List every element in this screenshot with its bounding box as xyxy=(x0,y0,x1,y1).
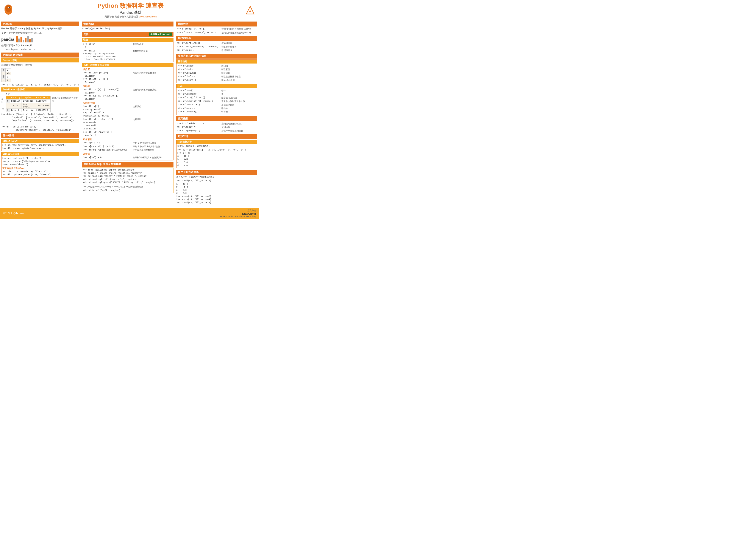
pandas-logo: pandas xyxy=(1,36,79,42)
excel-code4: >>> df = pd.read_excel(xlsx, 'Sheet1') xyxy=(2,173,78,177)
excel-code2: >>> pd.to_excel('dir/myDataFrame.xlsx', … xyxy=(2,160,78,166)
query-section-header: 查询序列与数据框的信息 xyxy=(176,54,257,59)
apply-section-header: 应用函数 xyxy=(176,116,257,121)
df-subsection: DataFrame - 数据框 xyxy=(1,88,79,91)
fill-code4: >>> s.mul(s3, fill_value=3) xyxy=(176,201,257,205)
ds-section-header: Pandas 数据结构 xyxy=(1,53,79,58)
sql-code5: >>> pd.read_sql_query("SELECT * FROM my_… xyxy=(83,181,173,184)
fill-result1: a 10.0 b -5.0 c 5.0 d 7.0 xyxy=(176,183,257,195)
header-title: Python 数据科学 速查表 Pandas 基础 天善智能 商业智能与大数据社… xyxy=(17,2,244,18)
series-subsection: Series - 序列 xyxy=(1,58,79,63)
get-header: 取值 xyxy=(82,38,173,42)
main-title: Python 数据科学 速查表 xyxy=(17,2,244,10)
import-code: >>> import pandas as pd xyxy=(6,48,79,51)
sort-section-header: 排序和排名 xyxy=(176,36,257,41)
series-desc: 存储任意类型数据的一维数组 xyxy=(1,63,79,67)
set-label: 设置值 xyxy=(83,153,173,156)
col-label: 列 xyxy=(8,92,10,95)
delete-section-header: 删除数据 xyxy=(176,21,257,26)
tagpos-label: 按标签/位置 xyxy=(83,102,173,105)
footer-bar: 知乎 知乎 @T-cookie 原文作者 DataCamp Learn Pyth… xyxy=(0,208,258,219)
basic-table: >>> df.shape (行,列) >>> df.index 获取索引 >>>… xyxy=(177,64,256,82)
fill-code2: >>> s.sub(s3, fill_value=2) xyxy=(176,195,257,198)
df-desc: 存储不同类型数据的二维数组 xyxy=(52,97,79,103)
svg-marker-10 xyxy=(6,93,8,94)
csv-header: 读取/写入CSV xyxy=(2,139,79,143)
svg-point-2 xyxy=(5,5,12,12)
summary-table: >>> df.sum() 合计 >>> df.cumsum() 累计 >>> d… xyxy=(177,89,256,114)
series-code: >>> s = pd.Series([3, -5, 7, 4], index=[… xyxy=(1,84,79,87)
fill-code3: >>> s.div(s3, fill_value=4) xyxy=(176,198,257,201)
website-link[interactable]: www.hellobi.com xyxy=(139,15,157,18)
right-logo xyxy=(244,4,256,16)
fill-code1: >>> s.add(s3, fill_value=0) xyxy=(176,179,257,183)
import-label: 使用以下语句导入 Pandas 库： xyxy=(1,44,79,47)
basic-info-header: 基本信息 xyxy=(176,60,257,64)
csv-code2: >>> df.to_csv('myDataFrame.csv') xyxy=(2,147,78,150)
select-section-header: 选择 参阅 NumPy Arrays xyxy=(82,32,174,37)
csv-code1: >>> pd.read_csv('file.csv', header=None,… xyxy=(2,144,78,147)
zhihu-watermark: 知乎 知乎 @T-cookie xyxy=(3,212,25,215)
help-section-header: 调用帮助 xyxy=(82,21,174,26)
sql-code3: >>> pd.read_sql("SELECT * FROM my_table;… xyxy=(83,175,173,178)
inner-code1: >>> s3 = pd.Series([7, -2, 3], index=['a… xyxy=(177,149,256,152)
sql-section-header: 读取和写入 SQL 查询及数据库表 xyxy=(82,162,174,167)
iloc-header: 选取、布尔索引及设置值 xyxy=(82,63,173,67)
delete-table: >>> s.drop(['a', 'c']) 按索引引删除序列的值 (axis=… xyxy=(176,27,257,35)
inner-align-header: 内部数据对齐 xyxy=(176,140,257,144)
sql-code2: >>> engine = create_engine('sqlite:///me… xyxy=(83,172,173,175)
help-code: >>>help(pd.Series.loc) xyxy=(82,27,174,31)
inner-result: a 10.0 b NaN c 5.0 d 7.0 xyxy=(177,155,256,167)
io-section-header: 输入/输出 xyxy=(1,133,79,138)
pandas-desc2: 了易于使用的数据结构和数据分析工具。 xyxy=(1,31,79,35)
sql-code1: >>> from sqlalchemy import create_engine xyxy=(83,168,173,172)
excel-code1: >>> pd.read_excel('file.xlsx') xyxy=(2,157,78,160)
sub-title: Pandas 基础 xyxy=(17,10,244,15)
idx-label: 索引 xyxy=(1,98,5,104)
svg-marker-8 xyxy=(3,75,5,77)
pos-label: 按位置 xyxy=(83,68,173,71)
svg-marker-5 xyxy=(246,6,254,14)
summary-header: 汇总 xyxy=(176,84,257,88)
inner-code2: >>> s + s3 xyxy=(177,152,256,155)
bool-label: 布尔索引 xyxy=(83,138,173,141)
excel-code3: >>> xlsx = pd.ExcelFile('file.xls') xyxy=(2,170,78,173)
footer-right: 原文作者 DataCamp Learn Python for Data Scie… xyxy=(219,209,256,217)
svg-point-6 xyxy=(249,11,251,12)
excel-note: 该取内含多个表的Excel xyxy=(2,167,78,170)
apply-table: >>> f = lambda x: x*2 应用匿名函数lambda >>> d… xyxy=(176,122,257,133)
get-table: >>> s['b'] -5 取序列的值 >>> df[1:] Country C… xyxy=(83,43,173,62)
sql-note: read_sql()是 read_sql_table() 与 read_sql_… xyxy=(83,185,173,188)
inner-align-desc: 如有不一致的索引，则使用NA值： xyxy=(177,145,256,148)
excel-header: 读取/写入Excel xyxy=(2,152,79,156)
org-info: 天善智能 商业智能与大数据社区 www.hellobi.com xyxy=(17,15,244,18)
sql-code4: >>> pd.read_sql_table('my_table', engine… xyxy=(83,178,173,181)
left-logo xyxy=(3,4,14,16)
numpy-ref-badge: 参阅 NumPy Arrays xyxy=(149,33,172,36)
pandas-desc1: Pandas 是基于 Numpy 创建的 Python 库，为 Python 提… xyxy=(1,27,79,30)
sort-table: >>> df.sort_index() 按索引排序 >>> df.sort_va… xyxy=(176,41,257,52)
svg-marker-12 xyxy=(2,109,4,110)
df-table: Country Capital Population 0 Bel xyxy=(6,96,51,112)
sql-code6: >>> pd.to_sql('myDf', engine) xyxy=(83,189,173,192)
fill-section-header: 使用 Fill 方法运算 xyxy=(176,170,257,175)
pandas-section-header: Pandas xyxy=(1,21,79,26)
fill-desc: 还可以使用 Fill 方法进行内部对齐运算： xyxy=(176,175,257,179)
tag-label: 按标签 xyxy=(83,85,173,88)
svg-point-4 xyxy=(9,7,10,8)
df-code: >>> data = {'Country': ['Belgium', 'Indi… xyxy=(1,113,79,132)
align-section-header: 数据对齐 xyxy=(176,134,257,139)
